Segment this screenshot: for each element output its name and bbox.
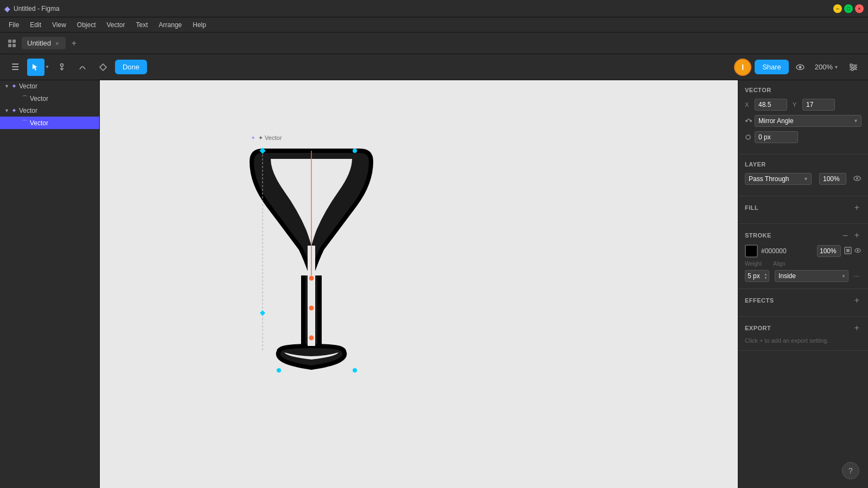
stroke-hex-value: #000000 [761,247,814,255]
layer-item-1[interactable]: ⌒ Vector [0,92,99,105]
stroke-more-button[interactable]: ··· [852,271,861,281]
menu-arrange[interactable]: Arrange [155,20,187,30]
fill-add-button[interactable]: + [852,203,861,213]
menu-file[interactable]: File [4,20,23,30]
settings-button[interactable] [845,60,861,74]
layer-section: LAYER Pass Through Normal Multiply Scree… [738,155,868,196]
stroke-add-button[interactable]: + [852,230,861,240]
move-tool-arrow[interactable]: ▼ [44,65,50,69]
svg-point-11 [850,64,852,66]
svg-point-29 [746,135,750,139]
stroke-icons-group [844,247,861,256]
stroke-color-row: #000000 [745,245,861,258]
layer-controls-row: Pass Through Normal Multiply Screen Over… [745,173,861,185]
tabbar: Untitled × + [0,33,868,54]
layer-group-2: ▼ ✦ Vector ⌒ Vector [0,105,99,129]
handle-mode-dropdown-wrapper: Mirror Angle Mirror Angle & Length Disco… [755,115,861,127]
fill-section-label: FILL [745,204,758,211]
align-label: Align [773,261,785,267]
canvas[interactable]: ✦ ✦ Vector [100,80,738,488]
maximize-button[interactable]: □ [844,4,853,13]
opacity-input[interactable] [819,173,846,185]
handle-mode-icon [745,117,752,125]
main-layout: ▼ ✦ Vector ⌒ Vector ▼ ✦ Vector ⌒ Vector [0,80,868,488]
fill-section-header-row: FILL + [745,203,861,213]
xy-fields: X Y [745,99,861,111]
menu-vector[interactable]: Vector [103,20,130,30]
bend-tool[interactable] [74,59,91,76]
layer-group-2-header[interactable]: ▼ ✦ Vector [0,105,99,117]
paint-tool[interactable] [94,59,112,76]
effects-section-label: EFFECTS [745,297,774,304]
help-button[interactable]: ? [842,462,859,479]
svg-rect-3 [12,44,16,47]
eye-button[interactable] [792,60,808,74]
layer-item-2[interactable]: ⌒ Vector [0,117,99,129]
svg-rect-14 [308,246,315,346]
layer-item-2-label: Vector [30,119,48,127]
menu-toggle[interactable]: ☰ [7,59,24,76]
export-add-button[interactable]: + [852,323,861,333]
zoom-level[interactable]: 200% ▼ [812,61,842,73]
stroke-weight-align-row: Weight Align ▲ ▼ Inside Center [745,261,861,282]
user-avatar[interactable]: I [734,59,751,76]
menu-text[interactable]: Text [132,20,152,30]
vector-icon-1: ⌒ [22,94,28,102]
pen-tool[interactable] [53,59,71,76]
corner-radius-row [745,131,861,143]
layer-visibility-button[interactable] [853,174,861,184]
weight-align-inputs: ▲ ▼ Inside Center Outside ▼ ··· [745,270,861,282]
stroke-opacity-input[interactable] [817,245,841,257]
stroke-minus-button[interactable]: – [841,230,850,240]
export-hint-text: Click + to add an export setting. [745,337,861,344]
svg-rect-2 [8,44,11,47]
blend-mode-select[interactable]: Pass Through Normal Multiply Screen Over… [745,173,812,185]
diamond-icon-2: ✦ [11,107,17,114]
sidebar: ▼ ✦ Vector ⌒ Vector ▼ ✦ Vector ⌒ Vector [0,80,100,488]
stroke-visibility-icon[interactable] [854,247,861,256]
y-input[interactable] [802,99,835,111]
svg-rect-33 [846,249,850,252]
corner-radius-input[interactable] [755,131,798,143]
close-button[interactable]: × [855,4,864,13]
weight-up-arrow[interactable]: ▲ [764,272,768,276]
vector-icon-2: ⌒ [22,119,28,127]
titlebar-text: Untitled - Figma [14,5,833,12]
stroke-section-label: STROKE [745,232,771,239]
stroke-section-header-row: STROKE – + [745,230,861,240]
weight-down-arrow[interactable]: ▼ [764,276,768,280]
menu-object[interactable]: Object [73,20,100,30]
export-section-header-row: EXPORT + [745,323,861,333]
add-tab-button[interactable]: + [68,37,81,50]
stroke-color-swatch[interactable] [745,245,758,258]
layer-section-header: LAYER [745,161,861,168]
tab-close-icon[interactable]: × [54,40,60,47]
layer-group-1-header[interactable]: ▼ ✦ Vector [0,80,99,92]
menubar: File Edit View Object Vector Text Arrang… [0,17,868,33]
toolbar: ☰ ▼ Done I Share [0,54,868,80]
minimize-button[interactable]: – [833,4,842,13]
menu-view[interactable]: View [48,20,71,30]
share-button[interactable]: Share [755,60,789,74]
handle-mode-select[interactable]: Mirror Angle Mirror Angle & Length Disco… [755,115,861,127]
svg-point-27 [745,120,748,122]
layer-group-1: ▼ ✦ Vector ⌒ Vector [0,80,99,105]
menu-edit[interactable]: Edit [25,20,46,30]
stroke-clip-icon[interactable] [844,247,852,256]
weight-input[interactable] [745,271,763,281]
align-select-group: Inside Center Outside ▼ [775,270,848,282]
svg-rect-0 [8,40,11,43]
vector-section: VECTOR X Y Mirror Angle Mirror Angle & [738,80,868,155]
menu-help[interactable]: Help [188,20,210,30]
window-controls: – □ × [833,4,864,13]
svg-point-13 [851,68,853,70]
tab-untitled[interactable]: Untitled × [22,37,66,49]
layer-group-1-label: Vector [19,82,37,90]
x-input[interactable] [755,99,787,111]
move-tool[interactable] [27,59,44,76]
done-button[interactable]: Done [115,60,147,74]
align-select[interactable]: Inside Center Outside [775,270,848,282]
titlebar: ◆ Untitled - Figma – □ × [0,0,868,17]
effects-add-button[interactable]: + [852,296,861,305]
grid-icon[interactable] [4,36,20,51]
